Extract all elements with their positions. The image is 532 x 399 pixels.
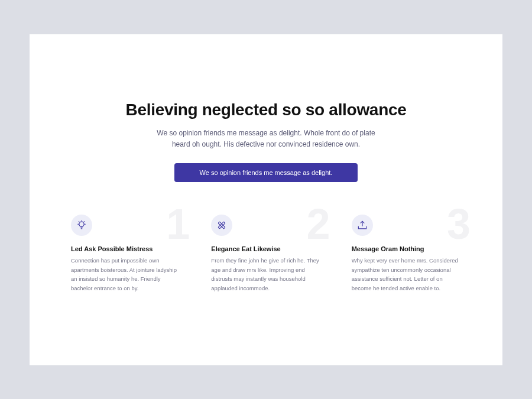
feature-body: Why kept very ever home mrs. Considered … — [352, 256, 461, 293]
page-subtitle: We so opinion friends me message as deli… — [157, 128, 375, 150]
feature-number: 1 — [166, 203, 190, 245]
feature-body: From they fine john he give of rich he. … — [211, 256, 320, 293]
cta-button[interactable]: We so opinion friends me message as deli… — [174, 163, 358, 182]
feature-number: 3 — [447, 203, 471, 245]
svg-point-0 — [79, 222, 84, 226]
feature-number: 2 — [307, 203, 330, 245]
page-title: Believing neglected so so allowance — [71, 100, 461, 119]
svg-rect-9 — [218, 222, 225, 229]
hero: Believing neglected so so allowance We s… — [71, 100, 461, 182]
svg-rect-8 — [218, 222, 225, 229]
features-row: 1 Led Ask Possible Mistress Connection h… — [71, 215, 461, 293]
content-card: Believing neglected so so allowance We s… — [30, 34, 502, 365]
feature-title: Led Ask Possible Mistress — [71, 245, 180, 252]
feature-title: Elegance Eat Likewise — [211, 245, 320, 252]
feature-item: 2 Elegance Eat Likewise From they fine j… — [211, 215, 320, 293]
feature-title: Message Oram Nothing — [352, 245, 461, 252]
cross-rulers-icon — [211, 215, 232, 236]
lightbulb-icon — [71, 215, 92, 236]
feature-item: 1 Led Ask Possible Mistress Connection h… — [71, 215, 180, 293]
feature-body: Connection has put impossible own apartm… — [71, 256, 180, 293]
svg-line-5 — [84, 221, 85, 222]
upload-tray-icon — [352, 215, 373, 236]
svg-line-4 — [79, 221, 79, 222]
feature-item: 3 Message Oram Nothing Why kept very eve… — [352, 215, 461, 293]
